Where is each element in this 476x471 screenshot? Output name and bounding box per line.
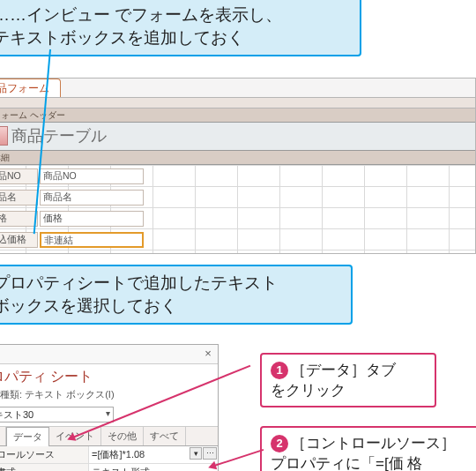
tab-format[interactable]: 式 — [0, 427, 6, 445]
instruction-top-text: ……インビュー でフォームを表示し、 テキストボックスを追加しておく — [0, 5, 282, 47]
property-label: 字書式 — [0, 464, 89, 471]
section-header-detail[interactable]: 詳細 — [0, 151, 475, 165]
form-title-label[interactable]: 商品テーブル — [11, 125, 107, 146]
property-value-textformat[interactable]: テキスト形式 — [89, 464, 218, 471]
close-icon[interactable]: × — [200, 346, 216, 362]
field-label[interactable]: 商品NO — [0, 168, 38, 184]
field-control[interactable]: 価格 — [40, 211, 144, 227]
access-form-designer: 品フォーム フォーム ヘッダー 商品テーブル 詳細 商品NO 商品NO 商品名 … — [0, 78, 476, 254]
field-label[interactable]: 税込価格 — [0, 232, 38, 248]
instruction-box-middle: プロパティシートで追加したテキスト ボックスを選択しておく — [0, 265, 353, 325]
tab-other[interactable]: その他 — [101, 427, 144, 445]
form-tab-label: 品フォーム — [0, 82, 49, 94]
callout-1-text: ［データ］タブ をクリック — [271, 362, 396, 399]
field-control[interactable]: 商品名 — [40, 190, 144, 206]
property-row-textformat: 字書式 テキスト形式 — [0, 464, 218, 471]
instruction-middle-text: プロパティシートで追加したテキスト ボックスを選択しておく — [0, 273, 278, 315]
callout-step-2: 2［コントロールソース］ プロパティに「=[価 格 — [260, 426, 476, 471]
property-sheet-subtitle: の種類: テキスト ボックス(I) — [0, 386, 218, 403]
field-label[interactable]: 価格 — [0, 211, 38, 227]
section-header-formheader[interactable]: フォーム ヘッダー — [0, 108, 475, 123]
property-sheet-title: ロパティ シート — [0, 364, 218, 386]
form-header-band: 商品テーブル — [0, 123, 475, 151]
tab-data[interactable]: データ — [6, 427, 49, 446]
instruction-box-top: ……インビュー でフォームを表示し、 テキストボックスを追加しておく — [0, 0, 361, 56]
horizontal-ruler — [0, 98, 475, 108]
dropdown-icon[interactable]: ▾ — [190, 447, 202, 460]
callout-number-icon: 2 — [271, 435, 288, 452]
callout-arrow-2 — [212, 449, 264, 467]
property-sheet-titlebar: × — [0, 345, 218, 364]
field-label[interactable]: 商品名 — [0, 190, 38, 206]
form-tab-bar: 品フォーム — [0, 78, 475, 98]
form-document-tab[interactable]: 品フォーム — [0, 78, 61, 97]
detail-band[interactable]: 商品NO 商品NO 商品名 商品名 価格 価格 税込価格 非連結 — [0, 165, 475, 253]
callout-number-icon: 1 — [271, 362, 288, 379]
tab-all[interactable]: すべて — [144, 427, 186, 445]
property-label: トロールソース — [0, 446, 89, 463]
property-tabs: 式 データ イベント その他 すべて — [0, 426, 218, 446]
unbound-textbox-selected[interactable]: 非連結 — [40, 232, 144, 248]
property-value-controlsource[interactable]: =[価格]*1.08 ▾ ⋯ — [89, 446, 218, 463]
callout-2-text: ［コントロールソース］ プロパティに「=[価 格 — [271, 435, 456, 471]
builder-button-icon[interactable]: ⋯ — [203, 447, 217, 460]
property-sheet: × ロパティ シート の種類: テキスト ボックス(I) キスト30 式 データ… — [0, 344, 219, 471]
property-row-controlsource: トロールソース =[価格]*1.08 ▾ ⋯ — [0, 446, 218, 464]
field-control[interactable]: 商品NO — [40, 168, 144, 184]
control-selector-combo[interactable]: キスト30 — [0, 407, 114, 422]
callout-step-1: 1［データ］タブ をクリック — [260, 353, 436, 407]
form-logo-icon — [0, 126, 8, 146]
